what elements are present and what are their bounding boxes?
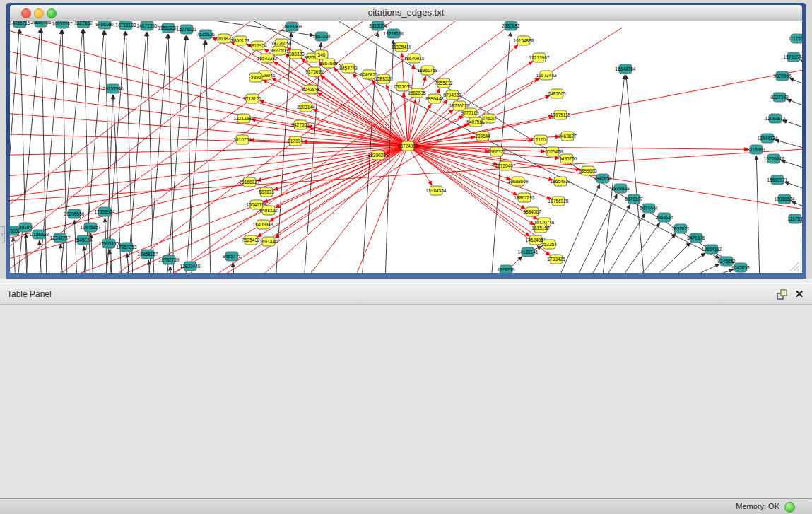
panel-collapse-handle[interactable]: ‹ [0,226,5,243]
graph-node-teal[interactable] [315,32,328,41]
graph-node-yellow[interactable] [560,154,573,163]
graph-node-teal[interactable] [628,194,640,204]
graph-node-yellow[interactable] [294,120,307,129]
graph-node-teal[interactable] [225,252,238,261]
graph-node-yellow[interactable] [322,59,335,68]
graph-node-teal[interactable] [771,175,784,185]
graph-node-yellow[interactable] [543,240,555,249]
graph-node-teal[interactable] [778,194,791,204]
graph-node-yellow[interactable] [512,177,524,186]
graph-node-teal[interactable] [54,233,66,243]
graph-node-yellow[interactable] [551,89,563,98]
graph-node-yellow[interactable] [342,64,355,73]
graph-node-teal[interactable] [720,257,733,266]
graph-node-yellow[interactable] [517,36,530,45]
window-titlebar[interactable]: citations_edges.txt [10,5,802,21]
graph-node-yellow[interactable] [249,73,262,82]
graph-node-teal[interactable] [690,233,702,243]
graph-node-yellow[interactable] [395,42,408,52]
graph-node-yellow[interactable] [421,66,434,75]
graph-node-teal[interactable] [705,245,718,254]
graph-node-teal[interactable] [184,262,196,271]
graph-node-teal[interactable] [10,226,19,235]
graph-node-yellow[interactable] [554,177,567,186]
graph-node-yellow[interactable] [469,117,482,127]
graph-node-teal[interactable] [614,184,627,193]
graph-node-teal[interactable] [98,207,111,216]
graph-node-teal[interactable] [102,239,115,248]
graph-node-yellow[interactable] [499,161,512,170]
graph-node-teal[interactable] [372,21,384,30]
graph-node-teal[interactable] [13,21,26,28]
graph-node-yellow[interactable] [534,135,547,144]
graph-node-yellow[interactable] [246,94,259,103]
graph-node-teal[interactable] [773,93,786,102]
graph-node-yellow[interactable] [218,34,230,43]
graph-node-yellow[interactable] [561,132,574,141]
graph-node-teal[interactable] [387,29,400,38]
graph-node-teal[interactable] [35,21,47,27]
graph-node-teal[interactable] [619,64,632,74]
graph-node-yellow[interactable] [408,54,420,63]
graph-node-yellow[interactable] [252,41,264,50]
graph-node-teal[interactable] [107,84,119,93]
graph-node-yellow[interactable] [396,82,409,91]
graph-node-yellow[interactable] [308,67,321,76]
graph-node-teal[interactable] [787,52,800,62]
graph-node-teal[interactable] [77,235,90,245]
graph-node-teal[interactable] [769,114,782,123]
graph-node-yellow[interactable] [300,103,312,112]
graph-node-yellow[interactable] [262,237,275,246]
graph-node-yellow[interactable] [237,114,250,123]
graph-node-yellow[interactable] [289,49,302,59]
graph-node-teal[interactable] [791,34,802,43]
graph-node-teal[interactable] [286,22,298,31]
graph-node-yellow[interactable] [540,71,553,80]
graph-node-yellow[interactable] [534,223,547,233]
graph-node-yellow[interactable] [546,147,559,156]
graph-node-yellow[interactable] [315,50,328,59]
graph-node-yellow[interactable] [262,206,275,215]
graph-node-teal[interactable] [84,223,97,232]
graph-node-teal[interactable] [77,21,90,28]
graph-node-yellow[interactable] [518,193,531,202]
graph-node-yellow[interactable] [243,177,256,187]
graph-node-yellow[interactable] [411,88,423,98]
graph-node-teal[interactable] [734,263,747,272]
graph-node-yellow[interactable] [550,255,563,264]
graph-node-teal[interactable] [68,209,81,218]
network-canvas[interactable]: 1405571520691406106532671527602946616010… [10,21,802,273]
graph-node-teal[interactable] [776,71,789,81]
graph-node-teal[interactable] [141,21,153,30]
graph-node-yellow[interactable] [428,94,441,103]
graph-node-teal[interactable] [750,145,763,154]
graph-node-yellow[interactable] [234,36,247,45]
graph-node-yellow[interactable] [363,70,375,79]
graph-node-yellow[interactable] [372,151,384,160]
close-panel-icon[interactable]: ✕ [793,287,806,301]
graph-node-teal[interactable] [119,21,132,30]
graph-node-yellow[interactable] [529,235,542,245]
graph-node-yellow[interactable] [483,114,495,123]
graph-node-teal[interactable] [33,230,45,239]
graph-node-teal[interactable] [199,30,212,39]
graph-node-teal[interactable] [500,265,512,273]
graph-node-teal[interactable] [658,213,671,222]
graph-node-yellow[interactable] [490,147,503,156]
graph-node-yellow[interactable] [476,132,489,141]
graph-node-teal[interactable] [761,134,774,143]
graph-node-yellow[interactable] [526,207,539,216]
graph-node-yellow[interactable] [257,220,269,229]
graph-node-yellow[interactable] [260,187,273,197]
graph-node-yellow[interactable] [289,136,302,146]
graph-node-yellow[interactable] [305,85,317,94]
graph-node-yellow[interactable] [430,186,442,195]
graph-node-teal[interactable] [789,214,801,223]
graph-node-teal[interactable] [163,255,175,264]
graph-node-teal[interactable] [522,247,534,257]
graph-node-teal[interactable] [642,204,655,213]
graph-node-yellow[interactable] [261,54,273,63]
graph-node-teal[interactable] [162,23,175,33]
graph-node-teal[interactable] [180,25,193,34]
graph-node-yellow[interactable] [401,141,414,151]
